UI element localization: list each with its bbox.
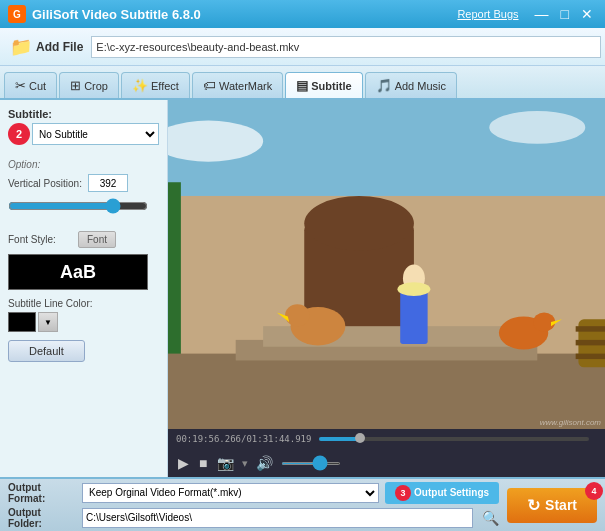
start-icon: ↻ xyxy=(527,496,540,515)
folder-row: Output Folder: 🔍 xyxy=(8,507,499,529)
svg-rect-13 xyxy=(400,289,427,344)
svg-rect-23 xyxy=(576,340,605,345)
option-label: Option: xyxy=(8,159,159,170)
vertical-position-row: Vertical Position: xyxy=(8,174,159,192)
title-bar-right: Report Bugs — □ ✕ xyxy=(457,6,597,22)
start-button[interactable]: ↻ Start 4 xyxy=(507,488,597,523)
subtitle-select-row: 2 No Subtitle xyxy=(8,123,159,145)
output-folder-label: Output Folder: xyxy=(8,507,76,529)
color-row: ▼ xyxy=(8,312,159,332)
output-settings-button[interactable]: 3 Output Settings xyxy=(385,482,499,504)
tab-cut[interactable]: ✂ Cut xyxy=(4,72,57,98)
svg-rect-24 xyxy=(576,354,605,359)
time-progress-bar[interactable] xyxy=(319,437,589,441)
toolbar: 📁 Add File xyxy=(0,28,605,66)
report-bugs-button[interactable]: Report Bugs xyxy=(457,8,518,20)
step-2-badge: 2 xyxy=(8,123,30,145)
tab-effect[interactable]: ✨ Effect xyxy=(121,72,190,98)
output-format-label: Output Format: xyxy=(8,482,76,504)
volume-button[interactable]: 🔊 xyxy=(254,455,275,471)
app-title: GiliSoft Video Subtitle 6.8.0 xyxy=(32,7,201,22)
volume-slider[interactable] xyxy=(281,462,341,465)
crop-icon: ⊞ xyxy=(70,78,81,93)
subtitle-label: Subtitle: xyxy=(8,108,159,120)
tab-add-music[interactable]: 🎵 Add Music xyxy=(365,72,457,98)
video-panel: www.gilisont.com 00:19:56.266/01:31:44.9… xyxy=(168,100,605,477)
vertical-position-input[interactable] xyxy=(88,174,128,192)
subtitle-color-label: Subtitle Line Color: xyxy=(8,298,159,309)
watermark: www.gilisont.com xyxy=(540,418,601,427)
format-select[interactable]: Keep Orginal Video Format(*.mkv) xyxy=(82,483,379,503)
title-bar: G GiliSoft Video Subtitle 6.8.0 Report B… xyxy=(0,0,605,28)
cut-icon: ✂ xyxy=(15,78,26,93)
tab-crop[interactable]: ⊞ Crop xyxy=(59,72,119,98)
vertical-position-slider[interactable] xyxy=(8,198,148,214)
main-content: Subtitle: 2 No Subtitle Option: Vertical… xyxy=(0,100,605,477)
folder-path-input[interactable] xyxy=(82,508,473,528)
video-area: www.gilisont.com xyxy=(168,100,605,429)
effect-icon: ✨ xyxy=(132,78,148,93)
watermark-icon: 🏷 xyxy=(203,78,216,93)
ctrl-separator: ▾ xyxy=(242,457,248,470)
default-button[interactable]: Default xyxy=(8,340,85,362)
vertical-position-label: Vertical Position: xyxy=(8,178,88,189)
controls-bar: ▶ ■ 📷 ▾ 🔊 xyxy=(168,449,605,477)
font-style-row: Font Style: Font xyxy=(8,231,159,248)
slider-row xyxy=(8,198,159,217)
svg-point-19 xyxy=(285,304,310,326)
file-path-input[interactable] xyxy=(91,36,601,58)
bottom-bar: Output Format: Keep Orginal Video Format… xyxy=(0,477,605,531)
stop-button[interactable]: ■ xyxy=(197,455,209,471)
title-bar-left: G GiliSoft Video Subtitle 6.8.0 xyxy=(8,5,201,23)
tab-subtitle[interactable]: ▤ Subtitle xyxy=(285,72,362,98)
video-time-bar: 00:19:56.266/01:31:44.919 xyxy=(168,429,605,449)
svg-point-8 xyxy=(304,196,414,251)
svg-point-14 xyxy=(397,282,430,296)
restore-button[interactable]: □ xyxy=(557,6,573,22)
subtitle-select[interactable]: No Subtitle xyxy=(32,123,159,145)
music-icon: 🎵 xyxy=(376,78,392,93)
snapshot-button[interactable]: 📷 xyxy=(215,455,236,471)
output-format-section: Output Format: Keep Orginal Video Format… xyxy=(8,482,499,529)
svg-rect-22 xyxy=(576,326,605,331)
left-panel: Subtitle: 2 No Subtitle Option: Vertical… xyxy=(0,100,168,477)
step-3-badge: 3 xyxy=(395,485,411,501)
font-preview-box: AaB xyxy=(8,254,148,290)
subtitle-icon: ▤ xyxy=(296,78,308,93)
add-file-button[interactable]: 📁 Add File xyxy=(4,32,89,62)
svg-point-2 xyxy=(489,111,585,144)
format-row: Output Format: Keep Orginal Video Format… xyxy=(8,482,499,504)
font-button[interactable]: Font xyxy=(78,231,116,248)
add-file-icon: 📁 xyxy=(10,36,32,58)
minimize-button[interactable]: — xyxy=(531,6,553,22)
color-dropdown[interactable]: ▼ xyxy=(38,312,58,332)
font-style-label: Font Style: xyxy=(8,234,78,245)
step-4-badge: 4 xyxy=(585,482,603,500)
folder-browse-icon[interactable]: 🔍 xyxy=(482,510,499,526)
close-button[interactable]: ✕ xyxy=(577,6,597,22)
tab-bar: ✂ Cut ⊞ Crop ✨ Effect 🏷 WaterMark ▤ Subt… xyxy=(0,66,605,100)
progress-fill xyxy=(319,437,359,441)
play-button[interactable]: ▶ xyxy=(176,455,191,471)
video-placeholder: www.gilisont.com xyxy=(168,100,605,429)
app-icon: G xyxy=(8,5,26,23)
color-swatch[interactable] xyxy=(8,312,36,332)
progress-thumb xyxy=(355,433,365,443)
tab-watermark[interactable]: 🏷 WaterMark xyxy=(192,72,283,98)
video-timestamp: 00:19:56.266/01:31:44.919 xyxy=(176,434,311,444)
